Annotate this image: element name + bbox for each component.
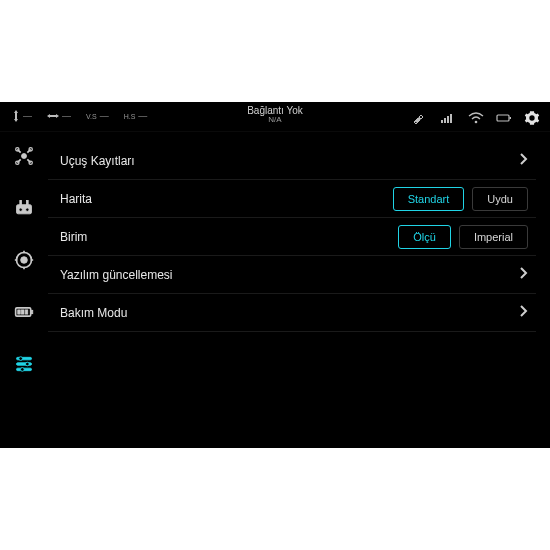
wifi-icon bbox=[468, 112, 484, 124]
svg-rect-1 bbox=[444, 118, 446, 123]
chevron-right-icon bbox=[518, 266, 528, 284]
app-window: — — V.S — H.S — Bağlantı Yok N/A bbox=[0, 102, 550, 448]
status-right bbox=[412, 110, 540, 126]
map-option-satellite[interactable]: Uydu bbox=[472, 187, 528, 211]
svg-rect-3 bbox=[450, 114, 452, 123]
row-label: Uçuş Kayıtları bbox=[60, 154, 135, 168]
sidebar-item-remote[interactable] bbox=[14, 198, 34, 222]
svg-rect-14 bbox=[27, 201, 29, 205]
row-label: Bakım Modu bbox=[60, 306, 127, 320]
row-unit: Birim Ölçü Imperial bbox=[48, 218, 536, 256]
svg-point-28 bbox=[26, 362, 30, 366]
svg-point-18 bbox=[21, 257, 28, 264]
chevron-right-icon bbox=[518, 304, 528, 322]
content-body: Uçuş Kayıtları Harita Standart Uydu Biri… bbox=[0, 132, 550, 448]
sidebar-item-drone[interactable] bbox=[14, 146, 34, 170]
sidebar-item-general[interactable] bbox=[14, 354, 34, 378]
unit-segmented: Ölçü Imperial bbox=[398, 225, 528, 249]
row-maintenance[interactable]: Bakım Modu bbox=[48, 294, 536, 332]
map-segmented: Standart Uydu bbox=[393, 187, 528, 211]
svg-point-4 bbox=[475, 121, 478, 124]
svg-point-29 bbox=[21, 368, 25, 372]
sidebar-item-battery[interactable] bbox=[14, 302, 34, 326]
status-subtitle: N/A bbox=[247, 116, 303, 125]
battery-icon bbox=[496, 112, 512, 124]
svg-point-15 bbox=[19, 208, 22, 211]
hspeed-indicator: H.S — bbox=[124, 111, 149, 121]
sidebar bbox=[0, 132, 48, 448]
settings-list: Uçuş Kayıtları Harita Standart Uydu Biri… bbox=[48, 132, 550, 448]
sidebar-item-gimbal[interactable] bbox=[14, 250, 34, 274]
top-bar: — — V.S — H.S — Bağlantı Yok N/A bbox=[0, 102, 550, 132]
svg-rect-23 bbox=[25, 310, 28, 314]
svg-rect-0 bbox=[441, 120, 443, 123]
unit-option-metric[interactable]: Ölçü bbox=[398, 225, 451, 249]
distance-indicator: — bbox=[47, 111, 72, 121]
svg-rect-6 bbox=[510, 117, 512, 119]
svg-rect-2 bbox=[447, 116, 449, 123]
row-software-update[interactable]: Yazılım güncellemesi bbox=[48, 256, 536, 294]
satellite-icon bbox=[412, 112, 428, 124]
svg-point-16 bbox=[26, 208, 29, 211]
svg-point-7 bbox=[22, 154, 27, 159]
row-flight-records[interactable]: Uçuş Kayıtları bbox=[48, 142, 536, 180]
settings-icon[interactable] bbox=[524, 110, 540, 126]
svg-rect-21 bbox=[18, 310, 21, 314]
connection-status: Bağlantı Yok N/A bbox=[247, 105, 303, 125]
svg-rect-22 bbox=[22, 310, 25, 314]
map-option-standard[interactable]: Standart bbox=[393, 187, 465, 211]
row-map: Harita Standart Uydu bbox=[48, 180, 536, 218]
rc-signal-icon bbox=[440, 112, 456, 124]
row-label: Birim bbox=[60, 230, 87, 244]
svg-rect-13 bbox=[20, 201, 22, 205]
unit-option-imperial[interactable]: Imperial bbox=[459, 225, 528, 249]
vspeed-indicator: V.S — bbox=[86, 111, 110, 121]
svg-rect-5 bbox=[497, 115, 509, 121]
svg-rect-20 bbox=[31, 310, 33, 313]
row-label: Harita bbox=[60, 192, 92, 206]
altitude-indicator: — bbox=[12, 110, 33, 122]
row-label: Yazılım güncellemesi bbox=[60, 268, 173, 282]
status-left: — — V.S — H.S — bbox=[12, 110, 148, 122]
chevron-right-icon bbox=[518, 152, 528, 170]
svg-point-27 bbox=[19, 357, 23, 361]
